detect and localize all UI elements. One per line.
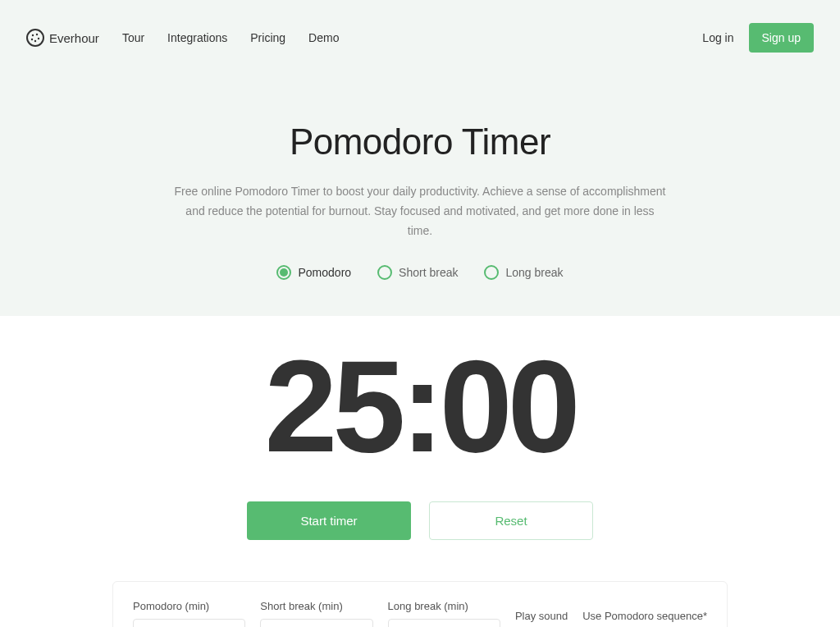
long-break-min-label: Long break (min) — [388, 600, 500, 612]
logo-icon — [26, 29, 44, 47]
timer-section: 25:00 Start timer Reset Pomodoro (min) S… — [0, 316, 840, 627]
mode-pomodoro[interactable]: Pomodoro — [276, 265, 351, 280]
brand-name: Everhour — [49, 31, 99, 45]
mode-short-break[interactable]: Short break — [377, 265, 458, 280]
header: Everhour Tour Integrations Pricing Demo … — [0, 0, 840, 76]
svg-point-7 — [34, 40, 36, 42]
pomodoro-min-input[interactable] — [133, 619, 245, 627]
mode-selector: Pomodoro Short break Long break — [0, 265, 840, 280]
hero-section: Pomodoro Timer Free online Pomodoro Time… — [0, 76, 840, 316]
page-title: Pomodoro Timer — [0, 121, 840, 162]
nav-pricing[interactable]: Pricing — [250, 31, 285, 44]
short-break-min-label: Short break (min) — [260, 600, 372, 612]
svg-point-6 — [38, 38, 39, 39]
logo[interactable]: Everhour — [26, 29, 99, 47]
main-nav: Tour Integrations Pricing Demo — [122, 31, 340, 44]
svg-point-5 — [36, 34, 38, 35]
reset-button[interactable]: Reset — [429, 501, 593, 540]
use-sequence-label: Use Pomodoro sequence* — [582, 610, 707, 622]
radio-icon — [377, 265, 392, 280]
nav-integrations[interactable]: Integrations — [167, 31, 227, 44]
start-timer-button[interactable]: Start timer — [247, 501, 411, 540]
nav-demo[interactable]: Demo — [308, 31, 339, 44]
long-break-min-input[interactable] — [388, 619, 500, 627]
signup-button[interactable]: Sign up — [749, 23, 814, 53]
nav-tour[interactable]: Tour — [122, 31, 144, 44]
pomodoro-min-label: Pomodoro (min) — [133, 600, 245, 612]
login-link[interactable]: Log in — [702, 31, 733, 44]
mode-label: Long break — [505, 266, 563, 279]
field-long-break-min: Long break (min) — [388, 600, 500, 627]
mode-long-break[interactable]: Long break — [484, 265, 563, 280]
page-subtitle: Free online Pomodoro Timer to boost your… — [158, 182, 682, 240]
settings-card: Pomodoro (min) Short break (min) Long br… — [112, 581, 728, 627]
radio-icon — [276, 265, 291, 280]
field-pomodoro-min: Pomodoro (min) — [133, 600, 245, 627]
play-sound-label: Play sound — [515, 610, 568, 622]
svg-point-8 — [31, 39, 33, 40]
short-break-min-input[interactable] — [260, 619, 372, 627]
mode-label: Pomodoro — [298, 266, 351, 279]
field-short-break-min: Short break (min) — [260, 600, 372, 627]
svg-point-4 — [32, 34, 34, 36]
radio-icon — [484, 265, 499, 280]
timer-display: 25:00 — [0, 316, 840, 501]
mode-label: Short break — [399, 266, 458, 279]
